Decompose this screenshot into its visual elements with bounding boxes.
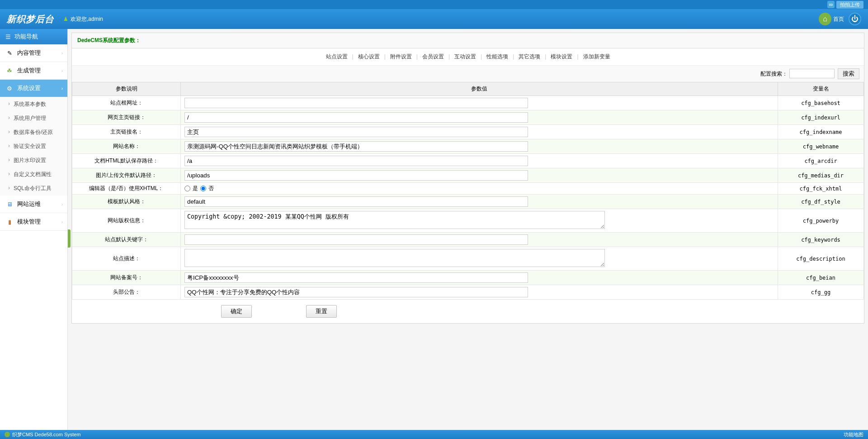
config-tab[interactable]: 其它选项: [515, 53, 544, 60]
pencil-icon: ✎: [5, 49, 14, 57]
param-text-input[interactable]: [184, 112, 528, 123]
home-button[interactable]: ⌂ 首页: [819, 13, 844, 25]
config-tab[interactable]: 站点设置: [322, 53, 351, 60]
nav-site-ops[interactable]: 🖥 网站运维 ›: [0, 196, 67, 213]
config-tab[interactable]: 性能选项: [483, 53, 512, 60]
param-var: cfg_description: [778, 247, 864, 271]
param-value-cell: [181, 271, 778, 285]
config-tab[interactable]: 核心设置: [354, 53, 383, 60]
param-desc: 网站名称：: [72, 139, 181, 154]
config-tab[interactable]: 附件设置: [387, 53, 415, 60]
sub-nav-item[interactable]: 系统基本参数: [0, 97, 67, 111]
search-input[interactable]: [789, 69, 835, 78]
radio-no[interactable]: [200, 186, 206, 191]
menu-icon: ☰: [5, 33, 11, 40]
param-text-input[interactable]: [184, 127, 528, 137]
param-var: cfg_basehost: [778, 96, 864, 110]
param-text-input[interactable]: [184, 141, 528, 152]
config-row: 编辑器（是/否）使用XHTML：是否cfg_fck_xhtml: [72, 183, 864, 195]
radio-yes[interactable]: [184, 186, 190, 191]
chevron-right-icon: ›: [61, 220, 63, 224]
book-icon: ▮: [5, 218, 14, 226]
sub-nav-item[interactable]: 自定义文档属性: [0, 167, 67, 181]
param-desc: 主页链接名：: [72, 125, 181, 139]
config-tab[interactable]: 互动设置: [451, 53, 480, 60]
nav-label: 网站运维: [17, 200, 41, 208]
param-desc: 站点根网址：: [72, 96, 181, 110]
param-textarea[interactable]: [184, 249, 605, 267]
param-desc: 网页主页链接：: [72, 110, 181, 125]
sub-nav-item[interactable]: 验证安全设置: [0, 139, 67, 153]
reset-button[interactable]: [306, 305, 337, 318]
search-button[interactable]: [838, 68, 859, 79]
param-value-cell: 是否: [181, 183, 778, 195]
sub-nav: 系统基本参数系统用户管理数据库备份/还原验证安全设置图片水印设置自定义文档属性S…: [0, 97, 67, 196]
param-text-input[interactable]: [184, 98, 528, 108]
param-text-input[interactable]: [184, 234, 528, 245]
chevron-right-icon: ›: [61, 86, 63, 91]
config-tab[interactable]: 模块设置: [547, 53, 576, 60]
param-value-cell: [181, 168, 778, 183]
chevron-right-icon: ›: [61, 202, 63, 207]
nav-generate-mgmt[interactable]: ☘ 生成管理 ›: [0, 62, 67, 80]
form-actions: [72, 300, 864, 323]
sub-nav-item[interactable]: 系统用户管理: [0, 111, 67, 125]
param-text-input[interactable]: [184, 170, 528, 181]
power-button[interactable]: ⏻: [849, 13, 861, 25]
config-tabs: 站点设置|核心设置|附件设置|会员设置|互动设置|性能选项|其它选项|模块设置|…: [72, 48, 864, 66]
gear-icon: ⚙: [5, 84, 14, 92]
config-row: 站点默认关键字：cfg_keywords: [72, 233, 864, 247]
upload-button[interactable]: 拍拍上传: [836, 1, 863, 9]
param-value-cell: [181, 125, 778, 139]
confirm-button[interactable]: [221, 305, 252, 318]
nav-system-settings[interactable]: ⚙ 系统设置 ›: [0, 80, 67, 97]
param-value-cell: [181, 96, 778, 110]
sub-nav-item[interactable]: 图片水印设置: [0, 153, 67, 167]
param-text-input[interactable]: [184, 287, 528, 297]
param-text-input[interactable]: [184, 272, 528, 283]
footer-right-link[interactable]: 功能地图: [844, 431, 863, 438]
nav-content-mgmt[interactable]: ✎ 内容管理 ›: [0, 44, 67, 62]
param-desc: 图片/上传文件默认路径：: [72, 168, 181, 183]
sub-nav-item[interactable]: 数据库备份/还原: [0, 125, 67, 139]
param-value-cell: [181, 154, 778, 168]
col-value: 参数值: [181, 82, 778, 96]
param-desc: 站点默认关键字：: [72, 233, 181, 247]
nav-label: 系统设置: [17, 84, 41, 92]
nav-label: 生成管理: [17, 67, 41, 75]
param-desc: 网站版权信息：: [72, 209, 181, 233]
sub-nav-item[interactable]: SQL命令行工具: [0, 181, 67, 196]
sidebar: ☰ 功能导航 ✎ 内容管理 › ☘ 生成管理 › ⚙ 系统设置 › 系统基本参数…: [0, 29, 68, 430]
config-search-bar: 配置搜索：: [72, 66, 864, 82]
main-content: DedeCMS系统配置参数： 站点设置|核心设置|附件设置|会员设置|互动设置|…: [68, 29, 868, 430]
nav-module-mgmt[interactable]: ▮ 模块管理 ›: [0, 213, 67, 231]
param-desc: 文档HTML默认保存路径：: [72, 154, 181, 168]
nav-header: ☰ 功能导航: [0, 29, 67, 44]
nav-header-label: 功能导航: [14, 33, 38, 41]
param-var: cfg_indexname: [778, 125, 864, 139]
search-label: 配置搜索：: [760, 71, 788, 77]
param-value-cell: [181, 233, 778, 247]
panel-title: DedeCMS系统配置参数：: [72, 33, 864, 48]
param-text-input[interactable]: [184, 196, 528, 207]
welcome-text: ♟ 欢迎您,admin: [63, 15, 103, 23]
param-text-input[interactable]: [184, 156, 528, 166]
config-row: 主页链接名：cfg_indexname: [72, 125, 864, 139]
user-icon: ♟: [63, 16, 68, 22]
param-var: cfg_beian: [778, 271, 864, 285]
config-tab[interactable]: 添加新变量: [580, 53, 614, 60]
config-tab[interactable]: 会员设置: [419, 53, 448, 60]
param-textarea[interactable]: [184, 211, 605, 229]
power-icon: ⏻: [849, 13, 861, 25]
param-var: cfg_gg: [778, 285, 864, 300]
nav-label: 内容管理: [17, 49, 41, 57]
config-row: 图片/上传文件默认路径：cfg_medias_dir: [72, 168, 864, 183]
param-desc: 网站备案号：: [72, 271, 181, 285]
footer-left-text: 织梦CMS Dede58.com System: [12, 431, 81, 438]
share-icon[interactable]: ∞: [827, 1, 835, 8]
param-var: cfg_medias_dir: [778, 168, 864, 183]
top-strip: ∞ 拍拍上传: [0, 0, 868, 9]
config-row: 网页主页链接：cfg_indexurl: [72, 110, 864, 125]
home-label: 首页: [833, 15, 844, 23]
sidebar-drag-handle[interactable]: [68, 229, 71, 248]
